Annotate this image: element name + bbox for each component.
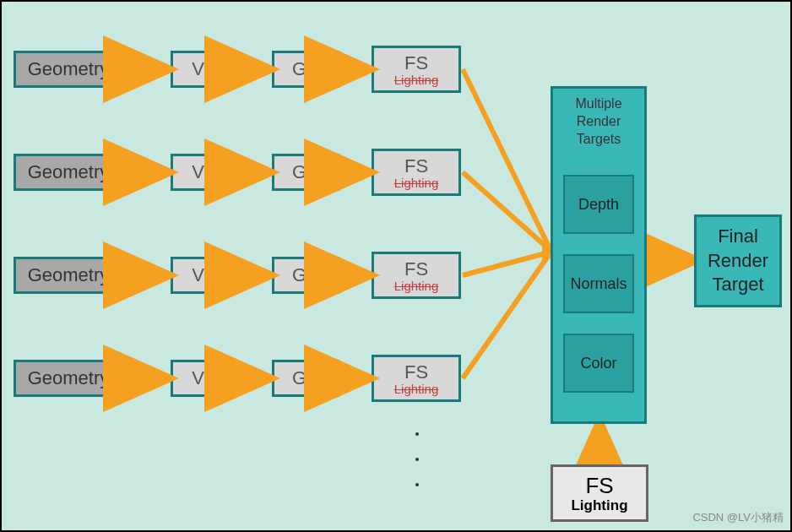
fs-lighting-box: FS Lighting (551, 464, 648, 522)
watermark-text: CSDN @LV小猪精 (692, 511, 784, 524)
watermark: CSDN @LV小猪精 (692, 510, 784, 525)
final-render-target: Final Render Target (694, 214, 782, 307)
mrt-depth: Depth (563, 175, 634, 234)
mrt-title: Multiple Render Targets (575, 95, 621, 148)
arrow-icon (2, 2, 792, 532)
ellipsis-dot (415, 432, 419, 436)
ellipsis-dot (415, 458, 419, 461)
mrt-color-label: Color (580, 355, 616, 372)
mrt-depth-label: Depth (578, 196, 619, 214)
svg-line-12 (463, 69, 549, 247)
mrt-color: Color (563, 334, 634, 393)
mrt-normals: Normals (563, 254, 634, 313)
svg-line-13 (463, 172, 549, 249)
final-label: Final Render Target (708, 225, 768, 297)
ellipsis-dot (415, 483, 419, 486)
fs-lighting-sub: Lighting (571, 497, 627, 514)
mrt-normals-label: Normals (570, 275, 627, 293)
fs-lighting-title: FS (585, 473, 613, 499)
mrt-box: Multiple Render Targets Depth Normals Co… (551, 86, 647, 424)
